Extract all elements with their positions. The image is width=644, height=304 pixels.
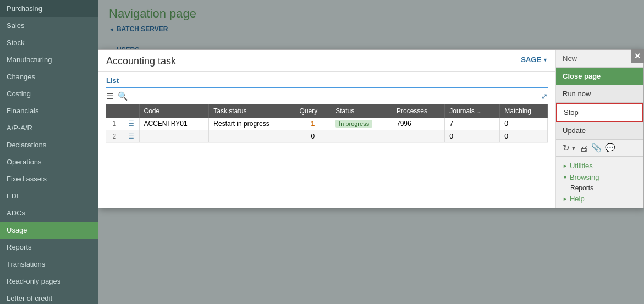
sidebar-item-costing[interactable]: Costing (0, 85, 98, 102)
th-icon (123, 104, 139, 118)
table-row: 2 ☰ 0 0 0 (106, 130, 548, 143)
row1-journals: 7 (445, 118, 500, 130)
row2-processes (392, 130, 445, 143)
modal-overlay: ✕ Accounting task SAGE List ☰ 🔍 ⤢ (98, 0, 644, 304)
sidebar-item-fixed-assets[interactable]: Fixed assets (0, 170, 98, 187)
sidebar-item-translations[interactable]: Translations (0, 256, 98, 273)
list-toolbar: ☰ 🔍 ⤢ (106, 91, 548, 101)
th-num (106, 104, 123, 118)
row1-processes: 7996 (392, 118, 445, 130)
sidebar: Purchasing Sales Stock Manufacturing Cha… (0, 0, 98, 304)
refresh-dropdown-icon[interactable]: ▼ (571, 145, 576, 151)
th-code[interactable]: Code (139, 104, 209, 118)
th-processes[interactable]: Processes (392, 104, 445, 118)
row2-code (139, 130, 209, 143)
sidebar-item-operations[interactable]: Operations (0, 153, 98, 170)
th-journals[interactable]: Journals ... (445, 104, 500, 118)
stop-button[interactable]: Stop (556, 103, 643, 122)
chat-icon[interactable]: 💬 (605, 143, 615, 153)
row1-icon[interactable]: ☰ (123, 118, 139, 130)
row2-icon[interactable]: ☰ (123, 130, 139, 143)
run-now-button[interactable]: Run now (556, 85, 643, 103)
sidebar-item-usage[interactable]: Usage (0, 222, 98, 239)
main-content: Navigation page BATCH SERVER USERS Perso… (98, 0, 644, 304)
accounting-task-table: Code Task status Query Status Processes … (106, 104, 548, 143)
th-task-status[interactable]: Task status (209, 104, 295, 118)
row2-status (331, 130, 392, 143)
reports-sub-item[interactable]: Reports (563, 183, 637, 193)
row2-journals: 0 (445, 130, 500, 143)
row2-task-status (209, 130, 295, 143)
search-icon[interactable]: 🔍 (118, 91, 128, 101)
sidebar-item-edi[interactable]: EDI (0, 187, 98, 204)
sidebar-item-stock[interactable]: Stock (0, 34, 98, 51)
refresh-group: ↻ ▼ (563, 143, 576, 153)
accounting-task-modal: ✕ Accounting task SAGE List ☰ 🔍 ⤢ (98, 49, 644, 208)
expand-icon[interactable]: ⤢ (541, 92, 548, 101)
sidebar-item-adcs[interactable]: ADCs (0, 204, 98, 222)
update-button[interactable]: Update (556, 122, 643, 140)
sidebar-item-changes[interactable]: Changes (0, 68, 98, 85)
attachment-icon[interactable]: 📎 (591, 143, 602, 153)
sidebar-item-apr[interactable]: A/P-A/R (0, 119, 98, 136)
sidebar-item-financials[interactable]: Financials (0, 102, 98, 119)
row2-matching: 0 (500, 130, 548, 143)
row1-num: 1 (106, 118, 123, 130)
modal-main: Accounting task SAGE List ☰ 🔍 ⤢ (98, 50, 555, 208)
row2-num: 2 (106, 130, 123, 143)
modal-title: Accounting task (106, 56, 176, 67)
sidebar-item-reports[interactable]: Reports (0, 239, 98, 256)
list-section: List ☰ 🔍 ⤢ Code Task status (98, 72, 555, 147)
list-label: List (106, 76, 548, 88)
sidebar-item-letter-of-credit[interactable]: Letter of credit (0, 290, 98, 304)
browsing-section[interactable]: Browsing (563, 172, 637, 183)
modal-close-button[interactable]: ✕ (631, 49, 644, 63)
sidebar-item-readonly[interactable]: Read-only pages (0, 273, 98, 290)
sidebar-item-manufacturing[interactable]: Manufacturing (0, 51, 98, 68)
modal-sidebar-icons: ↻ ▼ 🖨 📎 💬 (556, 140, 643, 157)
sage-logo: SAGE (521, 56, 548, 64)
row1-matching: 0 (500, 118, 548, 130)
utilities-section[interactable]: Utilities (563, 160, 637, 172)
table-row: 1 ☰ ACCENTRY01 Restart in progress 1 In … (106, 118, 548, 130)
row1-code: ACCENTRY01 (139, 118, 209, 130)
sidebar-item-purchasing[interactable]: Purchasing (0, 0, 98, 17)
modal-header: Accounting task SAGE (98, 50, 555, 72)
sidebar-item-sales[interactable]: Sales (0, 17, 98, 34)
th-matching[interactable]: Matching (500, 104, 548, 118)
modal-sidebar-sections: Utilities Browsing Reports Help (556, 157, 643, 208)
close-page-button[interactable]: Close page (556, 68, 643, 85)
row1-status: In progress (331, 118, 392, 130)
row2-query: 0 (295, 130, 331, 143)
row1-query: 1 (295, 118, 331, 130)
help-section[interactable]: Help (563, 193, 637, 204)
list-columns-icon[interactable]: ☰ (106, 91, 113, 101)
refresh-icon[interactable]: ↻ (563, 143, 570, 153)
th-status[interactable]: Status (331, 104, 392, 118)
sidebar-item-declarations[interactable]: Declarations (0, 136, 98, 153)
modal-sidebar: New Close page Run now Stop Update ↻ ▼ 🖨… (555, 50, 643, 208)
th-query[interactable]: Query (295, 104, 331, 118)
row1-task-status: Restart in progress (209, 118, 295, 130)
print-icon[interactable]: 🖨 (580, 143, 588, 153)
